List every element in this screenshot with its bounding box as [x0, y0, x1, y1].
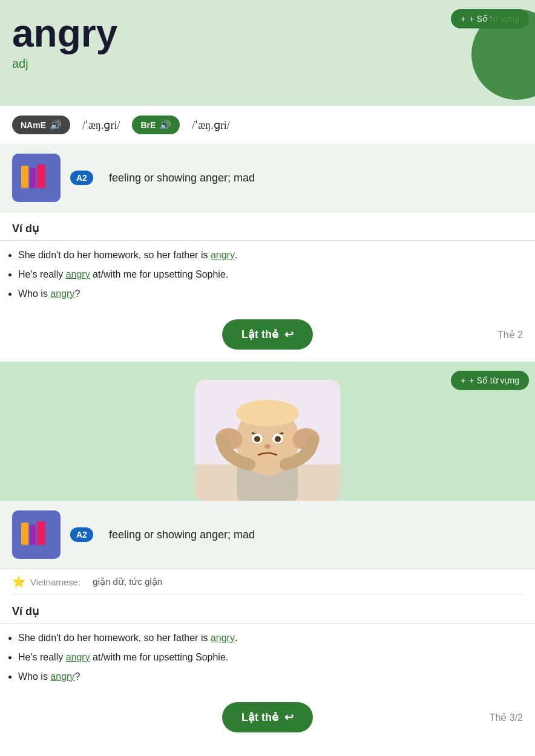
name-badge[interactable]: NAmE 🔊	[12, 116, 70, 134]
svg-rect-1	[21, 166, 28, 189]
svg-point-0	[468, 6, 535, 103]
level-badge-2: A2	[70, 527, 93, 542]
vietnamese-label: ⭐ Vietnamese: giận dữ, tức giận	[0, 569, 535, 595]
angry-highlight-2-3: angry	[50, 671, 74, 682]
angry-image	[195, 380, 340, 501]
add-vocab-label-2: + Số từ vựng	[469, 376, 519, 385]
bre-badge[interactable]: BrE 🔊	[132, 116, 180, 134]
example-item-2-1: She didn't do her homework, so her fathe…	[18, 631, 523, 645]
definition-text-2: feeling or showing anger; mad	[109, 529, 255, 541]
example-item-3: Who is angry?	[18, 287, 523, 301]
svg-rect-22	[21, 523, 28, 546]
card-2: + + Số từ vựng	[0, 362, 535, 745]
svg-rect-4	[21, 187, 52, 190]
angry-person-svg	[195, 380, 340, 501]
flip-btn-label-1: Lật thẻ	[241, 328, 278, 341]
example-item-1: She didn't do her homework, so her fathe…	[18, 248, 523, 262]
viet-value: giận dữ, tức giận	[93, 576, 162, 587]
bre-label: BrE	[140, 120, 156, 130]
ipa-bre: /ˈæŋ.ɡri/	[192, 119, 229, 132]
header-section: + + Số từ vựng angry adj	[0, 0, 535, 106]
part-of-speech: adj	[12, 57, 523, 71]
vi-du-header-2: Ví dụ	[0, 595, 535, 624]
example-item-2-2: He's really angry at/with me for upsetti…	[18, 650, 523, 665]
flip-icon-2: ↩	[284, 711, 294, 724]
card-1: + + Số từ vựng angry adj NAmE 🔊 /ˈæŋ.ɡri…	[0, 0, 535, 362]
add-vocab-button-2[interactable]: + + Số từ vựng	[451, 371, 529, 390]
examples-list-2: She didn't do her homework, so her fathe…	[0, 624, 535, 696]
svg-rect-3	[37, 165, 45, 189]
speaker-icon-name[interactable]: 🔊	[50, 119, 62, 131]
book-thumbnail-1	[12, 154, 61, 202]
svg-rect-24	[37, 521, 45, 546]
definition-card-2: A2 feeling or showing anger; mad	[0, 501, 535, 569]
svg-rect-2	[30, 168, 36, 189]
leaf-svg	[468, 6, 535, 103]
angry-highlight-3: angry	[50, 288, 74, 299]
example-item-2: He's really angry at/with me for upsetti…	[18, 267, 523, 282]
speaker-icon-bre[interactable]: 🔊	[159, 119, 171, 131]
flip-btn-label-2: Lật thẻ	[241, 711, 278, 724]
angry-highlight-2: angry	[66, 269, 90, 279]
vi-du-header-1: Ví dụ	[0, 212, 535, 241]
flip-button-1[interactable]: Lật thẻ ↩	[222, 319, 313, 350]
definition-card-1: A2 feeling or showing anger; mad	[0, 144, 535, 212]
definition-text-1: feeling or showing anger; mad	[109, 172, 255, 184]
books-svg	[18, 160, 54, 196]
ipa-name: /ˈæŋ.ɡri/	[82, 119, 120, 132]
books-svg-2	[18, 516, 54, 553]
svg-rect-23	[30, 525, 36, 546]
viet-key: Vietnamese:	[30, 577, 80, 587]
card-section-2: + + Số từ vựng	[0, 362, 535, 501]
flip-button-2[interactable]: Lật thẻ ↩	[222, 702, 313, 732]
examples-list-1: She didn't do her homework, so her fathe…	[0, 241, 535, 313]
svg-point-10	[236, 400, 299, 426]
the-label-2: Thẻ 3/2	[490, 712, 523, 723]
book-thumbnail-2	[12, 510, 61, 559]
flip-icon-1: ↩	[284, 328, 294, 341]
svg-point-20	[275, 436, 281, 442]
angry-highlight-2-2: angry	[66, 652, 90, 662]
star-icon: ⭐	[12, 575, 25, 588]
word-title: angry	[12, 12, 523, 54]
level-badge-1: A2	[70, 171, 93, 185]
angry-highlight-1: angry	[211, 250, 235, 260]
the-label-1: Thẻ 2	[497, 329, 523, 341]
flip-row-2: Lật thẻ ↩ Thẻ 3/2	[0, 696, 535, 745]
leaf-decoration	[462, 0, 535, 106]
name-label: NAmE	[21, 120, 46, 130]
pronunciation-row: NAmE 🔊 /ˈæŋ.ɡri/ BrE 🔊 /ˈæŋ.ɡri/	[0, 106, 535, 144]
svg-point-21	[264, 444, 271, 449]
svg-point-19	[254, 436, 260, 442]
example-item-2-3: Who is angry?	[18, 670, 523, 684]
plus-icon-2: +	[461, 376, 465, 385]
flip-row-1: Lật thẻ ↩ Thẻ 2	[0, 313, 535, 362]
svg-rect-25	[21, 544, 52, 547]
angry-highlight-2-1: angry	[211, 633, 235, 643]
